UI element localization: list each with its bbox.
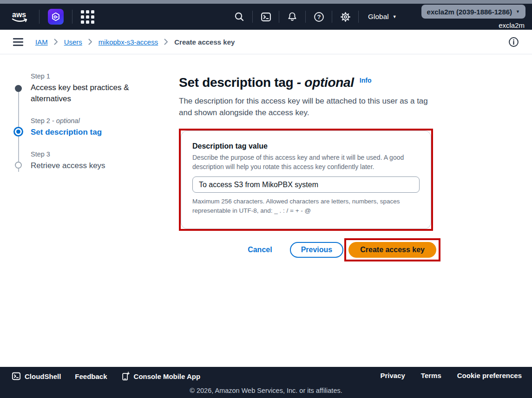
notifications-bell-icon[interactable] bbox=[287, 11, 298, 22]
breadcrumb-current: Create access key bbox=[174, 38, 235, 46]
divider bbox=[305, 11, 306, 23]
mobile-app-icon bbox=[121, 372, 130, 381]
info-link[interactable]: Info bbox=[360, 77, 372, 84]
feedback-label: Feedback bbox=[75, 372, 107, 380]
chevron-right-icon bbox=[164, 39, 168, 45]
cancel-button[interactable]: Cancel bbox=[248, 246, 272, 254]
breadcrumb-link-iam[interactable]: IAM bbox=[35, 38, 48, 46]
console-mobile-app-button[interactable]: Console Mobile App bbox=[121, 372, 201, 381]
divider bbox=[358, 11, 359, 23]
footer-right: Privacy Terms Cookie preferences bbox=[380, 372, 522, 379]
field-constraint-text: Maximum 256 characters. Allowed characte… bbox=[192, 197, 421, 215]
menu-hamburger-icon[interactable] bbox=[13, 36, 23, 48]
page-title: Set description tag - optional bbox=[179, 75, 354, 90]
cloudshell-footer-button[interactable]: CloudShell bbox=[12, 372, 61, 381]
cloudshell-label: CloudShell bbox=[25, 372, 61, 380]
page: aws bbox=[0, 0, 532, 398]
create-access-key-button[interactable]: Create access key bbox=[348, 242, 436, 258]
step-3[interactable]: Step 3 Retrieve access keys bbox=[14, 150, 153, 171]
annotation-box-form: Description tag value Describe the purpo… bbox=[179, 129, 433, 231]
svg-text:aws: aws bbox=[12, 11, 26, 19]
top-navigation: aws bbox=[0, 4, 532, 30]
console-footer: CloudShell Feedback Console Mobile App P… bbox=[0, 367, 532, 398]
wizard-steps-nav: Step 1 Access key best practices & alter… bbox=[14, 72, 153, 184]
header-left: aws bbox=[0, 9, 94, 25]
info-icon[interactable] bbox=[508, 37, 519, 47]
divider bbox=[279, 11, 279, 23]
wizard-step-panel: Set description tag - optional Info The … bbox=[179, 75, 433, 261]
breadcrumb: IAM Users mikopbx-s3-access Create acces… bbox=[35, 38, 235, 46]
annotation-box-submit: Create access key bbox=[344, 238, 440, 261]
region-label: Global bbox=[368, 13, 389, 21]
description-tag-card: Description tag value Describe the purpo… bbox=[181, 130, 431, 229]
step-2-label: Step 2 - optional bbox=[31, 117, 153, 124]
step-1-label: Step 1 bbox=[31, 72, 153, 80]
cloudshell-icon bbox=[12, 372, 21, 381]
feedback-button[interactable]: Feedback bbox=[75, 372, 107, 380]
account-menu-button[interactable]: excla2m (2039-1886-1286) ▼ bbox=[421, 5, 525, 19]
svg-text:?: ? bbox=[317, 13, 321, 20]
chevron-right-icon bbox=[88, 39, 92, 45]
breadcrumb-bar: IAM Users mikopbx-s3-access Create acces… bbox=[0, 30, 532, 54]
search-icon[interactable] bbox=[234, 11, 245, 22]
account-name: excla2m bbox=[499, 21, 525, 29]
apps-grid-icon[interactable] bbox=[81, 10, 94, 24]
footer-left: CloudShell Feedback Console Mobile App bbox=[12, 372, 200, 381]
header-right: ? Global ▼ bbox=[234, 4, 397, 30]
previous-button[interactable]: Previous bbox=[290, 242, 344, 258]
step-3-label: Step 3 bbox=[31, 150, 153, 158]
cookie-preferences-link[interactable]: Cookie preferences bbox=[457, 372, 522, 379]
step-2-title[interactable]: Set description tag bbox=[31, 127, 153, 138]
region-selector[interactable]: Global ▼ bbox=[368, 13, 397, 21]
mobile-app-label: Console Mobile App bbox=[134, 372, 201, 380]
step-3-upcoming-dot bbox=[15, 162, 22, 169]
cloudshell-icon[interactable] bbox=[260, 11, 271, 22]
terms-link[interactable]: Terms bbox=[421, 372, 441, 379]
page-description: The description for this access key will… bbox=[179, 95, 430, 118]
step-3-title[interactable]: Retrieve access keys bbox=[31, 160, 153, 171]
privacy-link[interactable]: Privacy bbox=[380, 372, 405, 379]
main-content: Step 1 Access key best practices & alter… bbox=[0, 55, 532, 367]
aws-logo[interactable]: aws bbox=[10, 10, 31, 24]
wizard-actions: Cancel Previous Create access key bbox=[179, 238, 433, 261]
divider bbox=[332, 11, 332, 23]
description-tag-input[interactable] bbox=[192, 176, 420, 193]
divider bbox=[39, 10, 39, 24]
chevron-right-icon bbox=[54, 39, 58, 45]
field-label: Description tag value bbox=[192, 142, 420, 150]
field-description: Describe the purpose of this access key … bbox=[192, 153, 421, 171]
settings-gear-icon[interactable] bbox=[340, 11, 351, 22]
help-icon[interactable]: ? bbox=[313, 11, 324, 22]
step-2[interactable]: Step 2 - optional Set description tag bbox=[14, 117, 153, 138]
window-top-strip bbox=[0, 0, 532, 4]
step-1[interactable]: Step 1 Access key best practices & alter… bbox=[14, 72, 153, 104]
step-2-active-dot bbox=[13, 127, 23, 137]
account-menu-label: excla2m (2039-1886-1286) bbox=[427, 8, 512, 16]
breadcrumb-link-users[interactable]: Users bbox=[64, 38, 82, 46]
chevron-down-icon: ▼ bbox=[393, 14, 397, 19]
divider bbox=[252, 11, 253, 23]
chevron-down-icon: ▼ bbox=[516, 9, 520, 14]
step-1-title[interactable]: Access key best practices & alternatives bbox=[31, 82, 138, 104]
copyright-text: © 2026, Amazon Web Services, Inc. or its… bbox=[0, 387, 532, 394]
iam-service-icon[interactable] bbox=[48, 9, 64, 25]
divider bbox=[72, 10, 72, 24]
step-1-completed-dot bbox=[15, 85, 22, 92]
breadcrumb-link-user[interactable]: mikopbx-s3-access bbox=[99, 38, 158, 46]
